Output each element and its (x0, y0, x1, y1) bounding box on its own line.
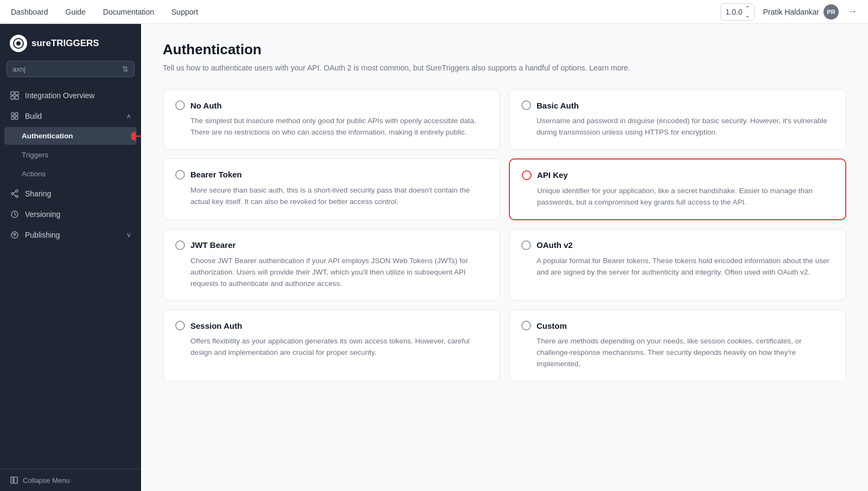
auth-card-header: JWT Bearer (175, 240, 488, 250)
auth-card-custom[interactable]: Custom There are methods depending on yo… (509, 309, 846, 381)
auth-title-no-auth: No Auth (190, 101, 222, 110)
svg-line-16 (14, 194, 16, 196)
page-title: Authentication (163, 41, 846, 58)
collapse-label: Collapse Menu (23, 476, 70, 484)
auth-title-session-auth: Session Auth (190, 321, 242, 330)
sidebar-search[interactable]: axnj ⇅ (7, 61, 135, 77)
username-label: Pratik Haldankar (763, 8, 820, 16)
auth-card-header: No Auth (175, 100, 488, 110)
publishing-icon (10, 230, 20, 240)
collapse-menu-button[interactable]: Collapse Menu (0, 469, 141, 491)
svg-rect-21 (14, 477, 17, 483)
radio-custom[interactable] (521, 321, 531, 330)
sidebar-item-build[interactable]: Build ∧ (4, 106, 137, 126)
auth-card-oauth-v2[interactable]: OAuth v2 A popular format for Bearer tok… (509, 229, 846, 301)
auth-card-header: API Key (522, 170, 833, 180)
authentication-label: Authentication (22, 132, 73, 140)
sidebar-item-publishing[interactable]: Publishing ∨ (4, 225, 137, 245)
auth-card-header: Basic Auth (521, 100, 834, 110)
chevron-down-icon: ∨ (126, 231, 131, 239)
radio-bearer-token[interactable] (175, 170, 185, 180)
sidebar-item-integration-overview[interactable]: Integration Overview (4, 86, 137, 105)
auth-desc-jwt-bearer: Choose JWT Bearer authentication if your… (175, 256, 488, 290)
actions-label: Actions (22, 170, 46, 178)
avatar: PR (824, 4, 839, 20)
build-icon (10, 111, 20, 121)
auth-options-grid: No Auth The simplest but insecure method… (163, 89, 846, 381)
auth-title-api-key: API Key (537, 170, 568, 180)
auth-desc-custom: There are methods depending on your need… (521, 336, 834, 370)
version-label: 1.0.0 (725, 8, 742, 16)
auth-title-basic-auth: Basic Auth (537, 101, 579, 110)
nav-dashboard[interactable]: Dashboard (11, 8, 48, 16)
versioning-icon (10, 209, 20, 219)
sidebar-item-authentication[interactable]: Authentication (4, 127, 137, 145)
auth-card-basic-auth[interactable]: Basic Auth Username and password in disg… (509, 89, 846, 150)
publishing-label: Publishing (25, 231, 60, 239)
svg-point-14 (16, 195, 18, 197)
auth-card-header: Bearer Token (175, 170, 488, 180)
top-nav-right: 1.0.0 ⌃⌄ Pratik Haldankar PR → (720, 3, 857, 21)
svg-rect-5 (15, 96, 18, 99)
auth-card-bearer-token[interactable]: Bearer Token More secure than basic auth… (163, 158, 500, 220)
sidebar-item-label: Integration Overview (25, 91, 94, 100)
sidebar-item-actions[interactable]: Actions (4, 165, 137, 183)
auth-card-jwt-bearer[interactable]: JWT Bearer Choose JWT Bearer authenticat… (163, 229, 500, 301)
sidebar-item-triggers[interactable]: Triggers (4, 146, 137, 164)
sharing-icon (10, 189, 20, 199)
auth-card-no-auth[interactable]: No Auth The simplest but insecure method… (163, 89, 500, 150)
svg-rect-7 (15, 113, 18, 116)
svg-rect-20 (11, 477, 13, 483)
version-selector[interactable]: 1.0.0 ⌃⌄ (720, 3, 754, 21)
versioning-label: Versioning (25, 210, 60, 219)
svg-rect-9 (15, 117, 18, 119)
svg-rect-3 (15, 92, 18, 95)
svg-rect-4 (11, 96, 14, 99)
triggers-label: Triggers (22, 151, 48, 159)
svg-rect-2 (11, 92, 14, 95)
search-text: axnj (12, 65, 25, 73)
sort-icon: ⇅ (122, 65, 129, 73)
nav-documentation[interactable]: Documentation (103, 8, 154, 16)
radio-oauth-v2[interactable] (521, 240, 531, 250)
logo-text: sureTRIGGERS (31, 38, 99, 49)
svg-point-1 (16, 41, 21, 46)
svg-line-15 (14, 192, 16, 193)
logout-icon[interactable]: → (847, 6, 857, 17)
auth-title-custom: Custom (537, 321, 567, 330)
svg-point-12 (16, 190, 18, 192)
nav-support[interactable]: Support (171, 8, 198, 16)
logo-icon (10, 35, 27, 52)
build-left: Build (10, 111, 42, 121)
top-navigation: Dashboard Guide Documentation Support 1.… (0, 0, 868, 24)
radio-basic-auth[interactable] (521, 100, 531, 110)
nav-guide[interactable]: Guide (66, 8, 86, 16)
auth-card-session-auth[interactable]: Session Auth Offers flexibility as your … (163, 309, 500, 381)
sidebar-item-versioning[interactable]: Versioning (4, 205, 137, 224)
auth-title-bearer-token: Bearer Token (190, 170, 242, 179)
sidebar-build-label: Build (25, 112, 42, 120)
page-subtitle: Tell us how to authenticate users with y… (163, 62, 846, 74)
radio-jwt-bearer[interactable] (175, 240, 185, 250)
logo-bold: sure (31, 38, 51, 48)
sidebar-item-sharing[interactable]: Sharing (4, 184, 137, 203)
radio-api-key[interactable] (522, 170, 532, 180)
radio-session-auth[interactable] (175, 321, 185, 330)
auth-card-header: Session Auth (175, 321, 488, 330)
auth-desc-basic-auth: Username and password in disguise (encod… (521, 116, 834, 138)
sidebar: sureTRIGGERS axnj ⇅ Integration Overview (0, 24, 141, 491)
logo-light: TRIGGERS (51, 38, 99, 48)
radio-no-auth[interactable] (175, 100, 185, 110)
sidebar-logo: sureTRIGGERS (0, 24, 141, 61)
auth-card-api-key[interactable]: API Key Unique identifier for your appli… (509, 158, 846, 220)
main-layout: sureTRIGGERS axnj ⇅ Integration Overview (0, 24, 868, 491)
svg-rect-6 (11, 113, 14, 116)
auth-desc-bearer-token: More secure than basic auth, this is a s… (175, 185, 488, 208)
user-info: Pratik Haldankar PR (763, 4, 839, 20)
svg-rect-8 (11, 117, 14, 119)
svg-point-13 (11, 193, 14, 195)
sidebar-nav: Integration Overview Build ∧ (0, 86, 141, 469)
main-content: Authentication Tell us how to authentica… (141, 24, 868, 491)
top-nav-links: Dashboard Guide Documentation Support (11, 8, 703, 16)
auth-desc-no-auth: The simplest but insecure method only go… (175, 116, 488, 138)
